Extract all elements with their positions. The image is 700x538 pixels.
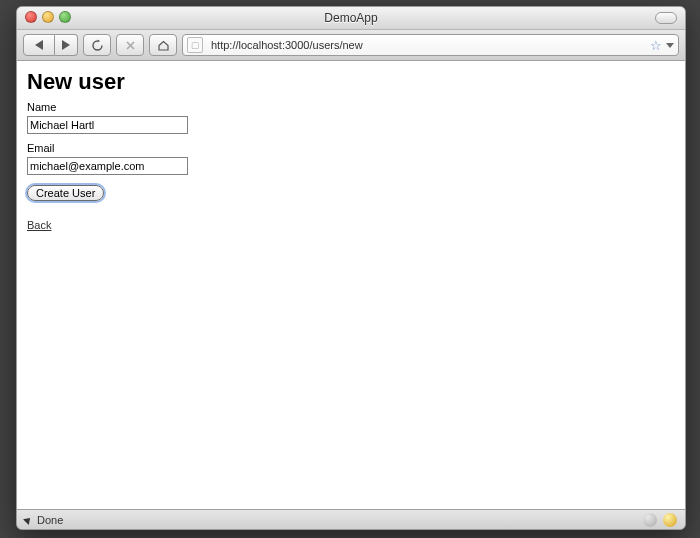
- status-left: Done: [25, 514, 63, 526]
- viewport[interactable]: New user Name Email Create User Back: [17, 61, 685, 510]
- name-label: Name: [27, 101, 675, 113]
- forward-button[interactable]: [55, 34, 78, 56]
- statusbar: Done: [17, 510, 685, 530]
- page-icon: ▢: [187, 37, 203, 53]
- plugin-firebug-icon[interactable]: [663, 513, 677, 527]
- cursor-icon: [23, 515, 33, 525]
- back-link[interactable]: Back: [27, 219, 51, 231]
- name-field-row: Name: [27, 101, 675, 134]
- bookmark-star-icon[interactable]: ☆: [650, 39, 662, 52]
- email-input[interactable]: [27, 157, 188, 175]
- home-button[interactable]: [149, 34, 177, 56]
- titlebar: DemoApp: [17, 7, 685, 30]
- url-input[interactable]: [209, 38, 646, 52]
- address-bar-right: ☆: [646, 39, 674, 52]
- email-label: Email: [27, 142, 675, 154]
- stop-icon: [125, 40, 136, 51]
- plugin-indicator-icon[interactable]: [643, 513, 657, 527]
- zoom-window-button[interactable]: [59, 11, 71, 23]
- minimize-window-button[interactable]: [42, 11, 54, 23]
- back-button[interactable]: [23, 34, 55, 56]
- name-input[interactable]: [27, 116, 188, 134]
- url-dropdown-icon[interactable]: [666, 43, 674, 48]
- toolbar-toggle-button[interactable]: [655, 12, 677, 24]
- home-icon: [157, 39, 170, 52]
- create-user-button[interactable]: Create User: [27, 185, 104, 201]
- reload-icon: [91, 39, 104, 52]
- window-controls: [25, 11, 71, 23]
- close-window-button[interactable]: [25, 11, 37, 23]
- toolbar: ▢ ☆: [17, 30, 685, 61]
- page-heading: New user: [27, 69, 675, 95]
- window-title: DemoApp: [17, 7, 685, 29]
- status-text: Done: [37, 514, 63, 526]
- status-right: [643, 513, 677, 527]
- stop-button[interactable]: [116, 34, 144, 56]
- reload-button[interactable]: [83, 34, 111, 56]
- back-arrow-icon: [35, 40, 43, 50]
- page-content: New user Name Email Create User Back: [17, 61, 685, 241]
- browser-window: DemoApp: [16, 6, 686, 530]
- email-field-row: Email: [27, 142, 675, 175]
- forward-arrow-icon: [62, 40, 70, 50]
- address-bar[interactable]: ▢ ☆: [182, 34, 679, 56]
- submit-row: Create User: [27, 183, 675, 201]
- nav-back-forward: [23, 34, 78, 56]
